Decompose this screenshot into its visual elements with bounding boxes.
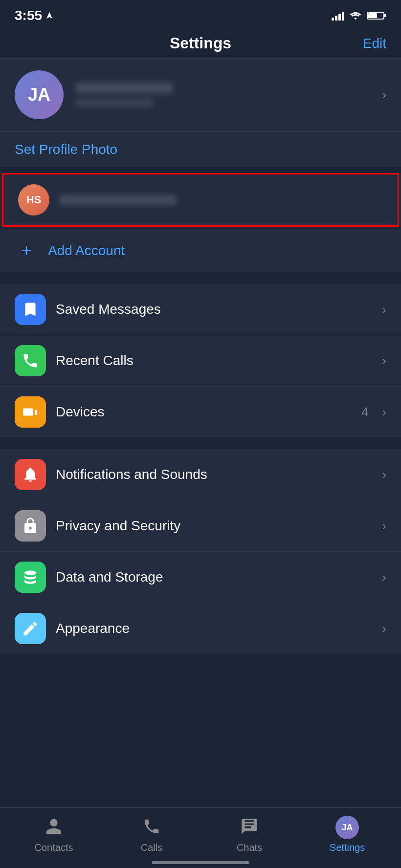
add-account-row[interactable]: + Add Account <box>0 229 401 272</box>
calls-tab-label: Calls <box>141 842 162 853</box>
devices-icon <box>15 396 46 428</box>
menu-item-appearance[interactable]: Appearance › <box>0 603 401 654</box>
chats-tab-icon <box>237 814 262 839</box>
menu-section-1: Saved Messages › Recent Calls › Devices … <box>0 284 401 437</box>
privacy-label: Privacy and Security <box>56 518 372 534</box>
profile-info <box>75 83 370 107</box>
notifications-chevron: › <box>382 467 386 482</box>
status-icons <box>332 11 386 21</box>
second-account-avatar: HS <box>18 184 49 216</box>
saved-messages-chevron: › <box>382 302 386 317</box>
navigation-bar: Settings Edit <box>0 28 401 59</box>
set-profile-photo-label[interactable]: Set Profile Photo <box>15 142 117 157</box>
data-storage-label: Data and Storage <box>56 569 372 585</box>
second-account-name-blurred <box>59 195 177 205</box>
add-icon: + <box>15 239 38 262</box>
section-spacer-2 <box>0 441 401 449</box>
status-time: 3:55 <box>15 8 54 23</box>
recent-calls-label: Recent Calls <box>56 353 372 369</box>
calls-tab-icon <box>139 814 164 839</box>
recent-calls-icon <box>15 345 46 376</box>
time-display: 3:55 <box>15 8 42 23</box>
settings-tab-label: Settings <box>330 842 365 853</box>
avatar: JA <box>15 70 64 119</box>
accounts-section: HS + Add Account <box>0 173 401 276</box>
menu-item-recent-calls[interactable]: Recent Calls › <box>0 335 401 387</box>
section-spacer-1 <box>0 276 401 284</box>
svg-rect-1 <box>384 14 386 17</box>
svg-rect-2 <box>368 13 377 18</box>
menu-item-notifications[interactable]: Notifications and Sounds › <box>0 449 401 500</box>
edit-button[interactable]: Edit <box>363 36 386 51</box>
tab-contacts[interactable]: Contacts <box>5 814 103 853</box>
privacy-icon <box>15 510 46 542</box>
page-title: Settings <box>170 34 231 52</box>
notifications-label: Notifications and Sounds <box>56 467 372 482</box>
second-account-initials: HS <box>26 194 42 206</box>
avatar-initials: JA <box>28 85 50 105</box>
add-account-label[interactable]: Add Account <box>48 243 125 259</box>
tab-bar: Contacts Calls Chats JA Settings <box>0 807 401 868</box>
location-arrow-icon <box>45 11 54 20</box>
contacts-tab-label: Contacts <box>35 842 73 853</box>
tab-calls[interactable]: Calls <box>103 814 200 853</box>
appearance-label: Appearance <box>56 621 372 636</box>
recent-calls-chevron: › <box>382 353 386 369</box>
appearance-chevron: › <box>382 621 386 636</box>
settings-tab-avatar: JA <box>335 816 359 839</box>
data-storage-chevron: › <box>382 570 386 585</box>
menu-item-saved-messages[interactable]: Saved Messages › <box>0 284 401 335</box>
menu-item-privacy[interactable]: Privacy and Security › <box>0 500 401 552</box>
profile-chevron-icon: › <box>382 87 386 103</box>
contacts-tab-icon <box>41 814 67 839</box>
devices-badge: 4 <box>361 405 368 420</box>
menu-item-devices[interactable]: Devices 4 › <box>0 387 401 437</box>
privacy-chevron: › <box>382 519 386 534</box>
devices-chevron: › <box>382 405 386 420</box>
appearance-icon <box>15 613 46 644</box>
wifi-icon <box>349 11 362 21</box>
battery-icon <box>367 11 386 21</box>
svg-rect-3 <box>23 409 33 416</box>
svg-point-4 <box>24 571 36 575</box>
tab-spacer <box>0 658 401 726</box>
profile-section[interactable]: JA › <box>0 59 401 131</box>
notifications-icon <box>15 459 46 490</box>
saved-messages-icon <box>15 294 46 325</box>
tab-chats[interactable]: Chats <box>200 814 298 853</box>
data-storage-icon <box>15 562 46 593</box>
signal-icon <box>332 11 344 21</box>
menu-item-data-storage[interactable]: Data and Storage › <box>0 552 401 603</box>
menu-section-2: Notifications and Sounds › Privacy and S… <box>0 449 401 654</box>
saved-messages-label: Saved Messages <box>56 302 372 317</box>
chats-tab-label: Chats <box>237 842 262 853</box>
profile-name-blurred <box>75 83 173 93</box>
devices-label: Devices <box>56 404 352 420</box>
tab-settings[interactable]: JA Settings <box>298 816 396 853</box>
status-bar: 3:55 <box>0 0 401 28</box>
second-account-row[interactable]: HS <box>2 173 399 227</box>
home-indicator <box>152 861 249 864</box>
set-profile-photo-row[interactable]: Set Profile Photo <box>0 131 401 171</box>
profile-phone-blurred <box>75 98 154 107</box>
